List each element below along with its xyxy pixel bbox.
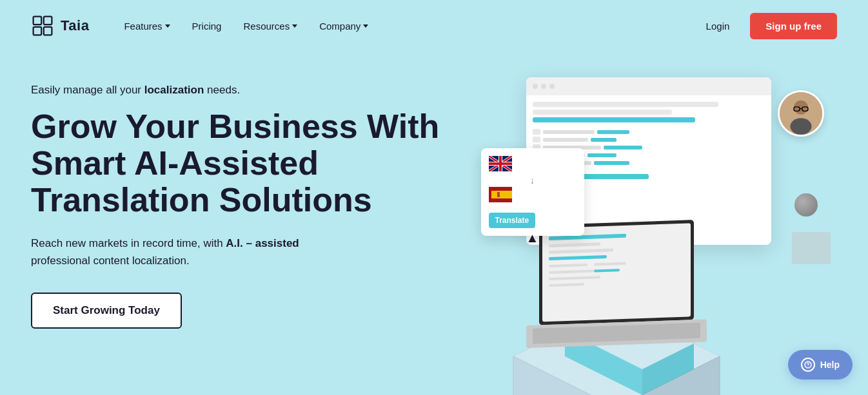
svg-rect-1 (44, 17, 52, 25)
logo-icon (31, 14, 54, 37)
svg-rect-2 (34, 27, 42, 35)
svg-point-10 (794, 101, 808, 115)
avatar-person (780, 92, 822, 135)
hero-description: Reach new markets in record time, with A… (31, 235, 353, 269)
nav-company[interactable]: Company (310, 15, 377, 37)
hero-right: ↓ Translate ▲ (475, 64, 838, 395)
svg-point-30 (807, 366, 808, 367)
navbar: Taia Features Pricing Resources Company … (0, 0, 868, 52)
arrow-down-icon: ↓ (489, 175, 577, 186)
chevron-down-icon (292, 24, 297, 28)
logo[interactable]: Taia (31, 14, 89, 37)
nav-pricing[interactable]: Pricing (183, 15, 231, 37)
svg-rect-6 (489, 191, 512, 198)
uk-flag-icon (489, 156, 512, 171)
decorative-sphere (794, 193, 818, 217)
svg-point-11 (791, 118, 812, 135)
browser-dot-1 (533, 84, 538, 89)
decorative-rectangle (792, 232, 831, 264)
spain-flag-icon (489, 187, 512, 202)
login-button[interactable]: Login (696, 15, 740, 37)
chevron-down-icon (165, 24, 170, 28)
signup-button[interactable]: Sign up free (750, 13, 837, 39)
hero-title: Grow Your Business With Smart AI-Assiste… (31, 108, 475, 219)
help-icon (801, 358, 815, 372)
browser-bar (526, 77, 771, 95)
brand-name: Taia (61, 17, 89, 34)
cursor-icon: ▲ (526, 231, 539, 246)
nav-features[interactable]: Features (115, 15, 179, 37)
cta-button[interactable]: Start Growing Today (31, 293, 182, 329)
avatar (778, 90, 824, 137)
nav-links: Features Pricing Resources Company (115, 15, 695, 37)
svg-rect-0 (34, 17, 42, 25)
hero-subtitle: Easily manage all your localization need… (31, 84, 475, 97)
svg-rect-8 (497, 192, 500, 197)
svg-rect-3 (44, 27, 52, 35)
translate-button[interactable]: Translate (489, 213, 536, 228)
translate-popup: ↓ Translate ▲ (481, 148, 584, 236)
svg-rect-7 (489, 191, 491, 198)
help-button[interactable]: Help (788, 350, 853, 380)
nav-right: Login Sign up free (696, 13, 837, 39)
hero-section: Easily manage all your localization need… (0, 52, 868, 395)
chevron-down-icon (363, 24, 368, 28)
browser-dot-3 (549, 84, 555, 89)
nav-resources[interactable]: Resources (234, 15, 306, 37)
browser-dot-2 (541, 84, 546, 89)
hero-left: Easily manage all your localization need… (31, 64, 475, 329)
